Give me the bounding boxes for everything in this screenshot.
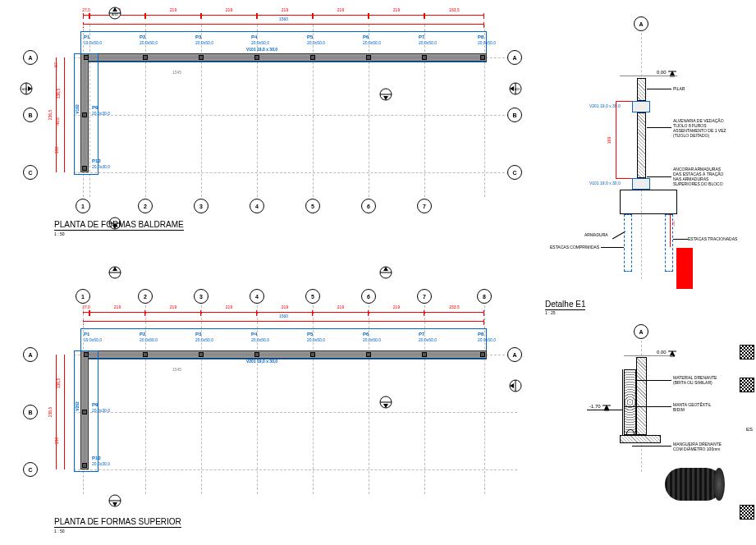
dim: 219	[225, 7, 233, 12]
column-label: P3	[195, 34, 201, 39]
column-dim: 19,0x50,0	[84, 40, 102, 45]
column-label: P9	[92, 402, 98, 407]
column-label: P2	[140, 332, 145, 337]
dim: 219	[337, 305, 345, 309]
plan-superior: 1 2 3 4 5 6 7 8 27,0 219 219 219 219 219…	[49, 263, 525, 525]
beam-label: V101 19,0 x 30,0	[246, 47, 277, 52]
dim: 27,0	[81, 7, 91, 12]
column-label: P10	[92, 158, 101, 163]
grid-bubble: A	[634, 324, 648, 339]
column-dim: 20,0x50,0	[478, 337, 496, 342]
dim: 236,5	[48, 110, 53, 121]
column-dim: 19,0x50,0	[84, 337, 102, 342]
column-label: P6	[363, 332, 369, 337]
dim: 219	[169, 7, 177, 12]
column-dim: 20,0x50,0	[478, 40, 496, 45]
grid-bubble: 6	[361, 289, 376, 304]
label: PILAR	[673, 86, 685, 91]
label: ANCORAR ARMADURAS DAS ESTACAS À TRAÇÃO N…	[673, 167, 724, 186]
drawing-sheet: 27,0 219 219 219 219 219 219 233,5 1560 …	[0, 0, 756, 545]
highlight-block	[676, 248, 693, 289]
detail-scale: 1 : 25	[545, 310, 556, 315]
beam-label: V102	[75, 104, 80, 114]
column-dim: 20,0x50,0	[195, 40, 213, 45]
qr-code-icon	[740, 505, 754, 520]
grid-bubble: A	[23, 347, 38, 362]
column-label: P4	[251, 34, 257, 39]
dim: 219	[392, 7, 401, 12]
dim: 219	[169, 305, 177, 309]
column-dim: 20,0x50,0	[140, 40, 158, 45]
label: MATERIAL DRENANTE (BRITA OU SIMILAR)	[673, 375, 717, 385]
label: MANTA GEOTÊXTIL BIDIM	[673, 402, 711, 412]
grid-bubble: 3	[194, 199, 208, 213]
label: ESTACAS COMPRIMIDAS	[550, 245, 599, 250]
grid-bubble: 5	[305, 289, 320, 304]
dim: 1545	[172, 70, 181, 75]
grid-bubble: A	[507, 50, 522, 65]
label: ALVENARIA DE VEDAÇÃO TIJOLO 8 FUROS ASSE…	[673, 118, 726, 138]
section-marker-icon	[378, 394, 394, 410]
dim: 219	[113, 305, 121, 309]
grid-bubble: B	[507, 108, 522, 122]
column-dim: 20,0x30,0	[92, 461, 110, 466]
grid-bubble: C	[23, 462, 38, 477]
column-label: P2	[140, 34, 145, 39]
column-label: P5	[307, 34, 313, 39]
grid-bubble: A	[634, 16, 648, 31]
grid-bubble: 8	[477, 289, 492, 304]
column-label: P1	[84, 34, 89, 39]
svg-text:A/02: A/02	[515, 88, 520, 91]
column-dim: 20,0x50,0	[195, 337, 213, 342]
beam-label: V201 19,0 x 30,0	[246, 359, 277, 364]
grid-bubble: 6	[361, 199, 376, 213]
wall-section	[637, 112, 646, 178]
dim: 219	[281, 7, 289, 12]
dim: 169	[607, 137, 612, 144]
beam-section	[632, 101, 650, 112]
dim: 219	[281, 305, 289, 309]
detail-drainage: A 0,00 MATERIAL DRENANTE (BRITA OU SIMIL…	[542, 324, 747, 513]
grid-bubble: 5	[305, 199, 320, 213]
drainage-pipe-icon	[665, 468, 722, 501]
column-label: P5	[307, 332, 313, 337]
gravel	[624, 369, 636, 435]
column-label: P1	[84, 332, 89, 337]
column-dim: 20,0x50,0	[363, 337, 381, 342]
column-label: P4	[251, 332, 257, 337]
column-dim: 20,0x50,0	[419, 40, 437, 45]
column-label: P10	[92, 456, 101, 460]
beam-section	[632, 178, 650, 190]
detail-e1: A 0,00 PILAR V201 19,0 x 30,0 169 ALVENA…	[542, 16, 747, 312]
dim-total: 1560	[278, 16, 289, 21]
dim: 219	[225, 305, 233, 309]
dim: 1545	[172, 367, 181, 372]
wall-section	[636, 357, 647, 435]
plan-title: PLANTA DE FORMAS BALDRAME	[54, 220, 184, 231]
grid-bubble: A	[23, 50, 38, 65]
section-marker-icon	[107, 492, 123, 509]
dim: 219	[392, 305, 401, 309]
label: ESTACAS TRACIONADAS	[688, 236, 737, 241]
section-marker-icon	[378, 86, 394, 103]
grid-bubble: A	[507, 347, 522, 362]
label: MANGUEIRA DRENANTE COM DIÂMETRO 100mm	[673, 442, 722, 451]
grid-bubble: 3	[194, 289, 208, 304]
plan-baldrame: 27,0 219 219 219 219 219 219 233,5 1560 …	[49, 8, 525, 238]
column-dim: 20,0x50,0	[307, 337, 325, 342]
dim: 233,5	[448, 305, 460, 309]
svg-text:A/02: A/02	[22, 88, 28, 91]
grid-bubble: 7	[417, 199, 432, 213]
section-marker-icon: A/02	[507, 80, 524, 97]
section-marker-icon: A/02	[107, 5, 123, 21]
column-dim: 20,0x30,0	[92, 164, 110, 169]
section-marker-icon	[507, 378, 524, 394]
column-label: P8	[478, 34, 483, 39]
svg-text:A/02: A/02	[112, 12, 119, 16]
side-text: ES	[746, 427, 753, 432]
detail-title: Detalhe E1	[545, 300, 585, 310]
column-dim: 20,0x50,0	[140, 337, 158, 342]
dim: 219	[337, 7, 345, 12]
dim-total: 1560	[278, 314, 289, 318]
grid-bubble: 4	[250, 199, 264, 213]
